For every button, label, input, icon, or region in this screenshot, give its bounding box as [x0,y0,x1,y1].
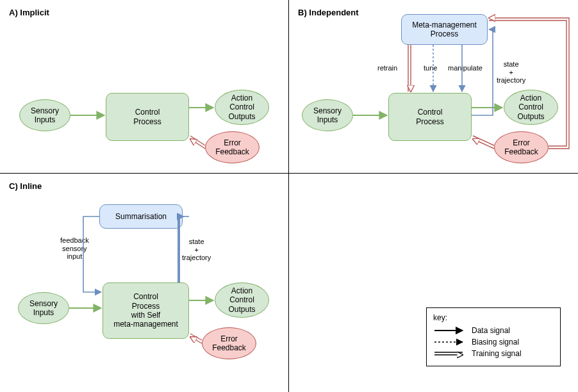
legend-row-training: Training signal [433,349,554,358]
edge-label-manipulate: manipulate [448,64,483,72]
arrow-dashed-icon [433,338,465,347]
panel-b: B) Independent Meta-management Process S… [289,0,578,173]
node-control-process: Control Process [106,93,189,141]
node-sensory-inputs: Sensory Inputs [18,292,69,324]
svg-line-3 [190,139,205,149]
node-sensory-inputs: Sensory Inputs [302,99,353,131]
node-summarisation: Summarisation [99,204,183,229]
panel-c-title: C) Inline [9,181,42,191]
svg-line-15 [190,337,202,343]
legend-label: Training signal [472,349,522,358]
node-action-outputs: Action Control Outputs [504,90,558,125]
legend-row-biasing: Biasing signal [433,338,554,347]
node-label: Sensory Inputs [31,106,59,125]
node-control-process-self: Control Process with Self meta-managemen… [103,282,189,339]
panel-b-title: B) Independent [298,8,359,17]
node-label: Control Process with Self meta-managemen… [113,292,178,329]
node-label: Error Feedback [212,334,246,353]
node-label: Control Process [416,108,443,126]
edge-label-state-traj: state + trajectory [182,238,211,262]
legend-row-data: Data signal [433,326,554,335]
node-label: Error Feedback [215,138,249,157]
edge-label-tune: tune [424,64,437,72]
legend-heading: key: [433,313,554,322]
edge-label-state-traj: state + trajectory [497,60,525,85]
arrow-double-icon [433,349,465,358]
legend-box: key: Data signal Biasing signal Training… [426,307,561,366]
svg-line-14 [190,334,202,340]
edge-label-feedback-sensory: feedback sensory input [60,236,89,261]
node-label: Sensory Inputs [313,106,342,125]
arrow-solid-icon [433,326,465,335]
node-label: Sensory Inputs [29,299,58,318]
node-sensory-inputs: Sensory Inputs [19,99,70,131]
node-action-outputs: Action Control Outputs [215,282,269,318]
legend-label: Biasing signal [472,338,519,347]
svg-line-7 [473,139,494,149]
svg-line-6 [473,136,494,145]
panel-a: A) Implicit Sensory Inputs Control Proce… [0,0,288,173]
svg-line-2 [190,136,205,145]
node-error-feedback: Error Feedback [205,131,260,163]
node-label: Action Control Outputs [517,94,544,121]
node-error-feedback: Error Feedback [202,327,256,359]
node-action-outputs: Action Control Outputs [215,90,269,125]
edge-label-retrain: retrain [377,64,397,72]
node-label: Action Control Outputs [228,94,255,121]
node-error-feedback: Error Feedback [494,131,549,163]
legend-label: Data signal [472,326,510,335]
node-meta-management: Meta-management Process [401,14,488,45]
panel-c: C) Inline Summarisation Sensory Inputs C… [0,174,288,392]
node-label: Action Control Outputs [228,286,255,314]
node-label: Summarisation [115,212,167,221]
node-label: Meta-management Process [412,20,477,39]
node-label: Error Feedback [504,138,538,157]
panel-a-title: A) Implicit [9,8,49,17]
node-label: Control Process [133,108,161,126]
node-control-process: Control Process [388,93,472,141]
